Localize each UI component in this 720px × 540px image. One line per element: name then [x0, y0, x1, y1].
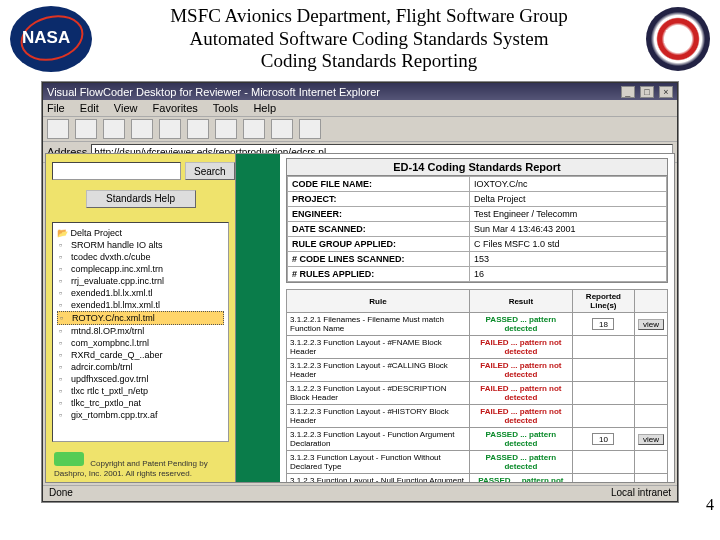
- rule-action: [634, 451, 667, 474]
- rule-result: PASSED ... pattern detected: [469, 313, 572, 336]
- file-tree[interactable]: 📂 Delta Project SRORM handle IO altstcod…: [52, 222, 229, 442]
- col-result: Result: [469, 290, 572, 313]
- tree-item[interactable]: mtnd.8l.OP.mx/trnl: [57, 325, 224, 337]
- rule-result: FAILED ... pattern not detected: [469, 405, 572, 428]
- tree-item[interactable]: exended1.bl.lmx.xml.tl: [57, 299, 224, 311]
- rule-row: 3.1.2.2.3 Function Layout - #CALLING Blo…: [287, 359, 668, 382]
- rule-line: 18: [572, 313, 634, 336]
- tree-item[interactable]: exended1.bl.lx.xml.tl: [57, 287, 224, 299]
- meta-row: DATE SCANNED:Sun Mar 4 13:46:43 2001: [288, 222, 667, 237]
- favorites-button[interactable]: [215, 119, 237, 139]
- tree-item[interactable]: ROTOY.C/nc.xml.tml: [57, 311, 224, 325]
- meta-value: Sun Mar 4 13:46:43 2001: [469, 222, 666, 237]
- menu-edit[interactable]: Edit: [80, 102, 99, 114]
- tree-item[interactable]: tlkc_trc_pxtlo_nat: [57, 397, 224, 409]
- meta-key: ENGINEER:: [288, 207, 470, 222]
- forward-button[interactable]: [75, 119, 97, 139]
- rule-row: 3.1.2.2.3 Function Layout - #HISTORY Blo…: [287, 405, 668, 428]
- rule-text: 3.1.2.2.3 Function Layout - #HISTORY Blo…: [287, 405, 470, 428]
- close-button[interactable]: ×: [659, 86, 673, 98]
- meta-value: 16: [469, 267, 666, 282]
- rule-text: 3.1.2.2.3 Function Layout - #DESCRIPTION…: [287, 382, 470, 405]
- menu-file[interactable]: File: [47, 102, 65, 114]
- print-button[interactable]: [299, 119, 321, 139]
- tree-item[interactable]: RXRd_carde_Q_..aber: [57, 349, 224, 361]
- refresh-button[interactable]: [131, 119, 153, 139]
- rule-line: 10: [572, 428, 634, 451]
- view-button[interactable]: view: [638, 434, 664, 445]
- tree-item[interactable]: com_xompbnc.l.trnl: [57, 337, 224, 349]
- rule-row: 3.1.2.2.3 Function Layout - #DESCRIPTION…: [287, 382, 668, 405]
- rule-action: [634, 405, 667, 428]
- meta-row: # CODE LINES SCANNED:153: [288, 252, 667, 267]
- vendor-logo: [54, 452, 84, 466]
- col-rule: Rule: [287, 290, 470, 313]
- back-button[interactable]: [47, 119, 69, 139]
- window-titlebar: Visual FlowCoder Desktop for Reviewer - …: [43, 83, 677, 100]
- rules-table: Rule Result Reported Line(s) 3.1.2.2.1 F…: [286, 289, 668, 482]
- meta-row: CODE FILE NAME:IOXTOY.C/nc: [288, 177, 667, 192]
- tree-item[interactable]: SRORM handle IO alts: [57, 239, 224, 251]
- rule-result: PASSED ... pattern detected: [469, 451, 572, 474]
- sidebar-footer: Copyright and Patent Pending by Dashpro,…: [46, 448, 235, 483]
- meta-value: Test Engineer / Telecomm: [469, 207, 666, 222]
- line-number: 18: [592, 318, 614, 330]
- divider-strip: [236, 154, 280, 482]
- home-button[interactable]: [159, 119, 181, 139]
- rule-result: FAILED ... pattern not detected: [469, 382, 572, 405]
- sidebar-search-input[interactable]: [52, 162, 181, 180]
- rule-row: 3.1.2.2.1 Filenames - Filename Must matc…: [287, 313, 668, 336]
- slide-page-number: 4: [706, 496, 714, 514]
- meta-key: CODE FILE NAME:: [288, 177, 470, 192]
- tree-item[interactable]: updfhxsced.gov.trnl: [57, 373, 224, 385]
- rule-text: 3.1.2.2.3 Function Layout - #FNAME Block…: [287, 336, 470, 359]
- status-right: Local intranet: [611, 487, 671, 500]
- menu-help[interactable]: Help: [253, 102, 276, 114]
- history-button[interactable]: [243, 119, 265, 139]
- report-title: ED-14 Coding Standards Report: [287, 159, 667, 176]
- tree-item[interactable]: rrj_evaluate.cpp.inc.trnl: [57, 275, 224, 287]
- sidebar: Search Standards Help 📂 Delta Project SR…: [46, 154, 236, 482]
- tree-item[interactable]: tcodec dvxth.c/cube: [57, 251, 224, 263]
- col-action: [634, 290, 667, 313]
- page-viewport: Search Standards Help 📂 Delta Project SR…: [45, 153, 675, 483]
- rule-result: PASSED ... pattern detected: [469, 428, 572, 451]
- maximize-button[interactable]: □: [640, 86, 654, 98]
- mail-button[interactable]: [271, 119, 293, 139]
- rule-line: [572, 474, 634, 483]
- rule-line: [572, 336, 634, 359]
- tree-root[interactable]: 📂 Delta Project: [57, 227, 224, 239]
- tree-item[interactable]: tlxc rtlc t_pxtl_n/etp: [57, 385, 224, 397]
- meta-key: # CODE LINES SCANNED:: [288, 252, 470, 267]
- tree-item[interactable]: adrcir.comb/trnl: [57, 361, 224, 373]
- rule-line: [572, 359, 634, 382]
- rule-text: 3.1.2.2.3 Function Layout - Function Arg…: [287, 428, 470, 451]
- minimize-button[interactable]: _: [621, 86, 635, 98]
- rule-row: 3.1.2.2.3 Function Layout - Function Arg…: [287, 428, 668, 451]
- rule-action: view: [634, 313, 667, 336]
- menu-favorites[interactable]: Favorites: [153, 102, 198, 114]
- search-button[interactable]: [187, 119, 209, 139]
- stop-button[interactable]: [103, 119, 125, 139]
- meta-value: IOXTOY.C/nc: [469, 177, 666, 192]
- toolbar: [43, 117, 677, 142]
- menu-view[interactable]: View: [114, 102, 138, 114]
- meta-value: C Files MSFC 1.0 std: [469, 237, 666, 252]
- menu-bar: File Edit View Favorites Tools Help: [43, 100, 677, 117]
- menu-tools[interactable]: Tools: [213, 102, 239, 114]
- rule-row: 3.1.2.2.3 Function Layout - #FNAME Block…: [287, 336, 668, 359]
- report-content: ED-14 Coding Standards Report CODE FILE …: [280, 154, 674, 482]
- sidebar-search-button[interactable]: Search: [185, 162, 235, 180]
- nasa-logo: [10, 6, 92, 72]
- tree-item[interactable]: gix_rtombm.cpp.trx.af: [57, 409, 224, 421]
- report-meta-table: CODE FILE NAME:IOXTOY.C/ncPROJECT:Delta …: [287, 176, 667, 282]
- browser-window: Visual FlowCoder Desktop for Reviewer - …: [42, 82, 678, 502]
- report-header-box: ED-14 Coding Standards Report CODE FILE …: [286, 158, 668, 283]
- tree-item[interactable]: complecapp.inc.xml.trn: [57, 263, 224, 275]
- rule-line: [572, 451, 634, 474]
- meta-row: PROJECT:Delta Project: [288, 192, 667, 207]
- line-number: 10: [592, 433, 614, 445]
- rule-text: 3.1.2.3 Function Layout - Function Witho…: [287, 451, 470, 474]
- view-button[interactable]: view: [638, 319, 664, 330]
- standards-help-button[interactable]: Standards Help: [86, 190, 196, 208]
